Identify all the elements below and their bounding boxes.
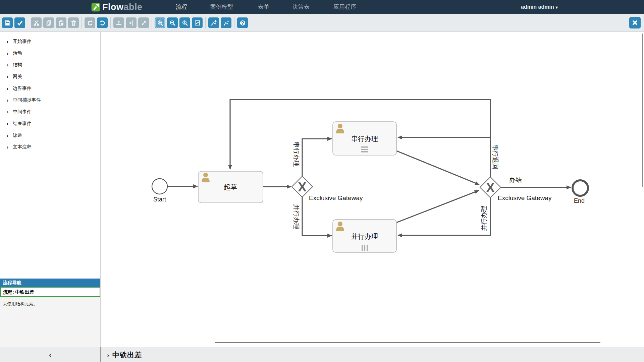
process-title: 中铁出差 — [112, 351, 142, 359]
end-event-label: End — [574, 197, 585, 204]
same-size-button[interactable] — [138, 17, 149, 28]
chevron-right-icon: › — [7, 59, 8, 71]
trash-icon — [70, 20, 77, 26]
redo-button[interactable] — [85, 17, 95, 28]
copy-button[interactable] — [43, 17, 54, 28]
bpmn-diagram: Start 起草 串行办理 并行办理 — [101, 32, 644, 347]
cut-button[interactable] — [31, 17, 42, 28]
tab-case-models[interactable]: 案例模型 — [210, 0, 233, 14]
flowable-logo-icon — [91, 3, 100, 12]
zoom-out-icon — [169, 20, 176, 26]
close-icon — [632, 19, 638, 26]
flowable-logo: Flowable — [91, 2, 143, 12]
validate-button[interactable] — [14, 17, 25, 28]
flow-label-to-serial: 串行办理 — [293, 141, 300, 167]
toolbar-separator — [82, 17, 82, 28]
toolbar-separator — [110, 17, 111, 28]
flow-parallel-to-join[interactable] — [396, 190, 479, 223]
scissors-icon — [33, 20, 40, 26]
undo-button[interactable] — [97, 17, 108, 28]
palette-item-structural[interactable]: ›结构 — [0, 59, 100, 71]
flow-gateway-to-serial[interactable] — [302, 139, 332, 176]
align-horizontal-button[interactable] — [126, 17, 137, 28]
flow-label-parallel-return: 并行办理 — [480, 205, 487, 231]
flow-serial-to-join[interactable] — [396, 151, 479, 185]
user-menu[interactable]: admin admin▾ — [521, 0, 558, 14]
undo-icon — [99, 20, 106, 26]
toolbar-separator — [28, 17, 28, 28]
copy-icon — [46, 20, 52, 26]
palette-item-gateways[interactable]: ›网关 — [0, 71, 100, 82]
process-navigator-empty-message: 未使用结构元素。 — [0, 297, 100, 311]
delete-button[interactable] — [68, 17, 79, 28]
tab-apps[interactable]: 应用程序 — [333, 0, 356, 14]
align-horizontal-icon — [128, 20, 135, 26]
add-bendpoint-button[interactable] — [208, 17, 219, 28]
chevron-right-icon: › — [7, 82, 8, 94]
parallel-multi-instance-icon — [362, 245, 368, 251]
process-navigator-current[interactable]: 流程: 中铁出差 — [0, 287, 100, 297]
diagram-canvas[interactable]: Start 起草 串行办理 并行办理 — [101, 32, 644, 347]
toolbar-separator — [152, 17, 152, 28]
process-navigator-header: 流程导航 — [0, 279, 100, 287]
palette-item-boundary-events[interactable]: ›边界事件 — [0, 82, 100, 94]
canvas-vertical-scrollbar[interactable] — [642, 34, 643, 187]
zoom-actual-icon — [182, 20, 188, 26]
help-button[interactable] — [237, 17, 248, 28]
end-event[interactable] — [573, 180, 588, 196]
process-navigator-panel: 流程导航 流程: 中铁出差 未使用结构元素。 — [0, 279, 100, 347]
editor-toolbar — [0, 14, 644, 32]
task-parallel-label: 并行办理 — [351, 233, 378, 240]
paste-button[interactable] — [56, 17, 66, 28]
save-icon — [4, 20, 11, 26]
start-event-label: Start — [153, 196, 166, 203]
chevron-right-icon: › — [7, 129, 8, 141]
task-draft-label: 起草 — [224, 183, 237, 191]
chevron-right-icon: › — [7, 106, 8, 118]
process-title-bar: ›中铁出差 — [101, 347, 644, 362]
remove-bendpoint-button[interactable] — [221, 17, 231, 28]
gateway-join-label: Exclusive Gateway — [498, 194, 552, 201]
zoom-in-icon — [157, 20, 163, 26]
palette-item-activities[interactable]: ›活动 — [0, 47, 100, 59]
palette-item-intermediate-catching-events[interactable]: ›中间捕捉事件 — [0, 94, 100, 106]
flow-gateway-to-parallel[interactable] — [302, 197, 332, 236]
collapse-left-icon: ‹ — [49, 351, 51, 358]
zoom-in-button[interactable] — [155, 17, 165, 28]
chevron-right-icon: › — [7, 47, 8, 59]
close-editor-button[interactable] — [629, 17, 641, 28]
gateway-x-marker: X — [298, 180, 307, 194]
chevron-right-icon[interactable]: › — [107, 352, 109, 359]
flow-label-serial-return: 串行退回 — [492, 144, 499, 170]
palette-item-text-annotation[interactable]: ›文本注释 — [0, 141, 100, 153]
chevron-right-icon: › — [7, 94, 8, 106]
tab-forms[interactable]: 表单 — [258, 0, 269, 14]
flowable-logo-text: Flowable — [102, 2, 143, 12]
tab-decision-tables[interactable]: 决策表 — [292, 0, 310, 14]
sequential-multi-instance-icon — [361, 146, 368, 153]
palette-item-swimlanes[interactable]: ›泳道 — [0, 129, 100, 141]
palette-list: ›开始事件 ›活动 ›结构 ›网关 ›边界事件 ›中间捕捉事件 ›中间事件 ›结… — [0, 32, 100, 153]
save-button[interactable] — [2, 17, 13, 28]
palette-item-end-events[interactable]: ›结束事件 — [0, 118, 100, 129]
chevron-right-icon: › — [7, 36, 8, 47]
tab-processes[interactable]: 流程 — [176, 0, 187, 14]
palette-item-intermediate-events[interactable]: ›中间事件 — [0, 106, 100, 118]
start-event[interactable] — [152, 179, 167, 194]
chevron-right-icon: › — [7, 71, 8, 82]
palette-item-start-events[interactable]: ›开始事件 — [0, 36, 100, 47]
align-vertical-button[interactable] — [113, 17, 124, 28]
zoom-fit-icon — [194, 20, 201, 26]
gateway-x-marker: X — [486, 181, 495, 195]
help-icon — [239, 20, 246, 26]
flow-label-to-parallel: 并行办理 — [293, 204, 300, 230]
gateway-split-label: Exclusive Gateway — [309, 194, 363, 201]
remove-bendpoint-icon — [223, 20, 229, 26]
task-serial-label: 串行办理 — [351, 135, 378, 142]
chevron-right-icon: › — [7, 141, 8, 153]
sidebar-collapse-bar[interactable]: ‹ — [0, 347, 101, 362]
zoom-actual-button[interactable] — [179, 17, 190, 28]
zoom-out-button[interactable] — [167, 17, 178, 28]
zoom-fit-button[interactable] — [192, 17, 203, 28]
toolbar-separator — [234, 17, 234, 28]
